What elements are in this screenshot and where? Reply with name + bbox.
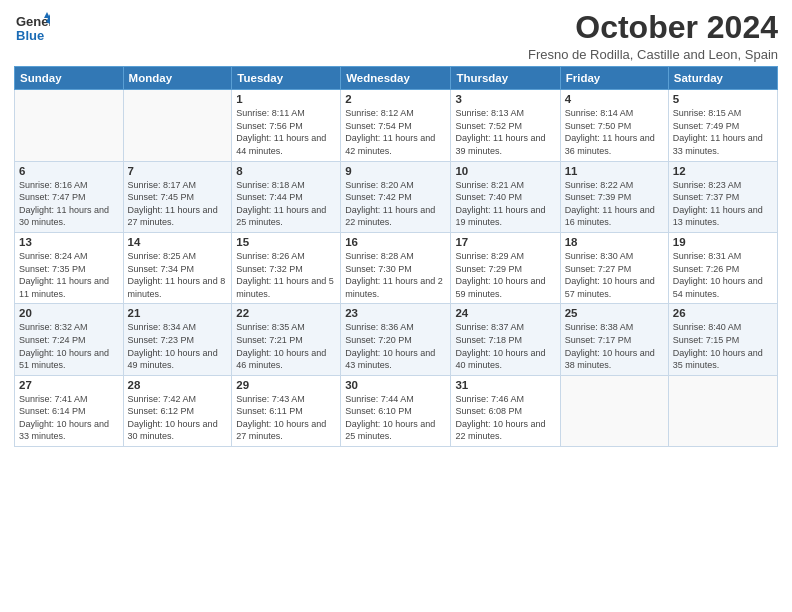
day-info: Sunrise: 7:46 AMSunset: 6:08 PMDaylight:… bbox=[455, 393, 555, 443]
day-number: 16 bbox=[345, 236, 446, 248]
table-row: 29Sunrise: 7:43 AMSunset: 6:11 PMDayligh… bbox=[232, 375, 341, 446]
day-info: Sunrise: 8:34 AMSunset: 7:23 PMDaylight:… bbox=[128, 321, 228, 371]
table-row: 9Sunrise: 8:20 AMSunset: 7:42 PMDaylight… bbox=[341, 161, 451, 232]
day-number: 7 bbox=[128, 165, 228, 177]
table-row: 5Sunrise: 8:15 AMSunset: 7:49 PMDaylight… bbox=[668, 90, 777, 161]
table-row: 17Sunrise: 8:29 AMSunset: 7:29 PMDayligh… bbox=[451, 232, 560, 303]
day-info: Sunrise: 8:31 AMSunset: 7:26 PMDaylight:… bbox=[673, 250, 773, 300]
calendar-header-row: Sunday Monday Tuesday Wednesday Thursday… bbox=[15, 67, 778, 90]
table-row: 3Sunrise: 8:13 AMSunset: 7:52 PMDaylight… bbox=[451, 90, 560, 161]
table-row: 21Sunrise: 8:34 AMSunset: 7:23 PMDayligh… bbox=[123, 304, 232, 375]
calendar-week-5: 27Sunrise: 7:41 AMSunset: 6:14 PMDayligh… bbox=[15, 375, 778, 446]
day-info: Sunrise: 8:21 AMSunset: 7:40 PMDaylight:… bbox=[455, 179, 555, 229]
day-number: 30 bbox=[345, 379, 446, 391]
day-number: 10 bbox=[455, 165, 555, 177]
day-number: 25 bbox=[565, 307, 664, 319]
day-info: Sunrise: 8:40 AMSunset: 7:15 PMDaylight:… bbox=[673, 321, 773, 371]
day-number: 3 bbox=[455, 93, 555, 105]
day-number: 17 bbox=[455, 236, 555, 248]
day-number: 14 bbox=[128, 236, 228, 248]
day-number: 29 bbox=[236, 379, 336, 391]
calendar-week-3: 13Sunrise: 8:24 AMSunset: 7:35 PMDayligh… bbox=[15, 232, 778, 303]
day-info: Sunrise: 8:30 AMSunset: 7:27 PMDaylight:… bbox=[565, 250, 664, 300]
table-row bbox=[15, 90, 124, 161]
col-sunday: Sunday bbox=[15, 67, 124, 90]
day-info: Sunrise: 7:44 AMSunset: 6:10 PMDaylight:… bbox=[345, 393, 446, 443]
day-number: 5 bbox=[673, 93, 773, 105]
col-thursday: Thursday bbox=[451, 67, 560, 90]
day-number: 19 bbox=[673, 236, 773, 248]
day-info: Sunrise: 8:37 AMSunset: 7:18 PMDaylight:… bbox=[455, 321, 555, 371]
table-row: 8Sunrise: 8:18 AMSunset: 7:44 PMDaylight… bbox=[232, 161, 341, 232]
day-number: 20 bbox=[19, 307, 119, 319]
table-row: 6Sunrise: 8:16 AMSunset: 7:47 PMDaylight… bbox=[15, 161, 124, 232]
month-title: October 2024 bbox=[528, 10, 778, 45]
calendar-week-2: 6Sunrise: 8:16 AMSunset: 7:47 PMDaylight… bbox=[15, 161, 778, 232]
day-info: Sunrise: 8:28 AMSunset: 7:30 PMDaylight:… bbox=[345, 250, 446, 300]
day-number: 23 bbox=[345, 307, 446, 319]
table-row: 11Sunrise: 8:22 AMSunset: 7:39 PMDayligh… bbox=[560, 161, 668, 232]
table-row: 16Sunrise: 8:28 AMSunset: 7:30 PMDayligh… bbox=[341, 232, 451, 303]
table-row: 2Sunrise: 8:12 AMSunset: 7:54 PMDaylight… bbox=[341, 90, 451, 161]
table-row: 19Sunrise: 8:31 AMSunset: 7:26 PMDayligh… bbox=[668, 232, 777, 303]
table-row: 22Sunrise: 8:35 AMSunset: 7:21 PMDayligh… bbox=[232, 304, 341, 375]
day-number: 31 bbox=[455, 379, 555, 391]
day-info: Sunrise: 8:18 AMSunset: 7:44 PMDaylight:… bbox=[236, 179, 336, 229]
day-info: Sunrise: 8:25 AMSunset: 7:34 PMDaylight:… bbox=[128, 250, 228, 300]
col-saturday: Saturday bbox=[668, 67, 777, 90]
table-row: 30Sunrise: 7:44 AMSunset: 6:10 PMDayligh… bbox=[341, 375, 451, 446]
table-row: 14Sunrise: 8:25 AMSunset: 7:34 PMDayligh… bbox=[123, 232, 232, 303]
table-row: 25Sunrise: 8:38 AMSunset: 7:17 PMDayligh… bbox=[560, 304, 668, 375]
day-number: 8 bbox=[236, 165, 336, 177]
day-number: 24 bbox=[455, 307, 555, 319]
day-number: 27 bbox=[19, 379, 119, 391]
svg-text:Blue: Blue bbox=[16, 28, 44, 43]
table-row: 12Sunrise: 8:23 AMSunset: 7:37 PMDayligh… bbox=[668, 161, 777, 232]
location-title: Fresno de Rodilla, Castille and Leon, Sp… bbox=[528, 47, 778, 62]
table-row: 1Sunrise: 8:11 AMSunset: 7:56 PMDaylight… bbox=[232, 90, 341, 161]
col-wednesday: Wednesday bbox=[341, 67, 451, 90]
day-number: 4 bbox=[565, 93, 664, 105]
day-info: Sunrise: 8:35 AMSunset: 7:21 PMDaylight:… bbox=[236, 321, 336, 371]
col-tuesday: Tuesday bbox=[232, 67, 341, 90]
title-block: October 2024 Fresno de Rodilla, Castille… bbox=[528, 10, 778, 62]
table-row: 23Sunrise: 8:36 AMSunset: 7:20 PMDayligh… bbox=[341, 304, 451, 375]
calendar-week-1: 1Sunrise: 8:11 AMSunset: 7:56 PMDaylight… bbox=[15, 90, 778, 161]
table-row: 15Sunrise: 8:26 AMSunset: 7:32 PMDayligh… bbox=[232, 232, 341, 303]
day-number: 6 bbox=[19, 165, 119, 177]
day-number: 15 bbox=[236, 236, 336, 248]
table-row: 4Sunrise: 8:14 AMSunset: 7:50 PMDaylight… bbox=[560, 90, 668, 161]
day-info: Sunrise: 8:14 AMSunset: 7:50 PMDaylight:… bbox=[565, 107, 664, 157]
day-number: 12 bbox=[673, 165, 773, 177]
day-number: 13 bbox=[19, 236, 119, 248]
day-number: 1 bbox=[236, 93, 336, 105]
day-info: Sunrise: 7:43 AMSunset: 6:11 PMDaylight:… bbox=[236, 393, 336, 443]
day-info: Sunrise: 7:42 AMSunset: 6:12 PMDaylight:… bbox=[128, 393, 228, 443]
day-info: Sunrise: 8:23 AMSunset: 7:37 PMDaylight:… bbox=[673, 179, 773, 229]
table-row: 26Sunrise: 8:40 AMSunset: 7:15 PMDayligh… bbox=[668, 304, 777, 375]
day-number: 11 bbox=[565, 165, 664, 177]
page-header: General Blue October 2024 Fresno de Rodi… bbox=[14, 10, 778, 62]
logo: General Blue bbox=[14, 10, 54, 46]
table-row bbox=[668, 375, 777, 446]
day-number: 21 bbox=[128, 307, 228, 319]
day-info: Sunrise: 8:29 AMSunset: 7:29 PMDaylight:… bbox=[455, 250, 555, 300]
day-info: Sunrise: 8:24 AMSunset: 7:35 PMDaylight:… bbox=[19, 250, 119, 300]
day-info: Sunrise: 8:13 AMSunset: 7:52 PMDaylight:… bbox=[455, 107, 555, 157]
day-info: Sunrise: 8:12 AMSunset: 7:54 PMDaylight:… bbox=[345, 107, 446, 157]
table-row: 31Sunrise: 7:46 AMSunset: 6:08 PMDayligh… bbox=[451, 375, 560, 446]
table-row: 28Sunrise: 7:42 AMSunset: 6:12 PMDayligh… bbox=[123, 375, 232, 446]
table-row: 18Sunrise: 8:30 AMSunset: 7:27 PMDayligh… bbox=[560, 232, 668, 303]
col-monday: Monday bbox=[123, 67, 232, 90]
day-info: Sunrise: 8:22 AMSunset: 7:39 PMDaylight:… bbox=[565, 179, 664, 229]
day-number: 22 bbox=[236, 307, 336, 319]
day-info: Sunrise: 8:36 AMSunset: 7:20 PMDaylight:… bbox=[345, 321, 446, 371]
table-row: 20Sunrise: 8:32 AMSunset: 7:24 PMDayligh… bbox=[15, 304, 124, 375]
calendar-table: Sunday Monday Tuesday Wednesday Thursday… bbox=[14, 66, 778, 447]
day-info: Sunrise: 8:16 AMSunset: 7:47 PMDaylight:… bbox=[19, 179, 119, 229]
day-info: Sunrise: 8:20 AMSunset: 7:42 PMDaylight:… bbox=[345, 179, 446, 229]
table-row: 27Sunrise: 7:41 AMSunset: 6:14 PMDayligh… bbox=[15, 375, 124, 446]
logo-icon: General Blue bbox=[14, 10, 50, 46]
calendar-week-4: 20Sunrise: 8:32 AMSunset: 7:24 PMDayligh… bbox=[15, 304, 778, 375]
day-number: 26 bbox=[673, 307, 773, 319]
